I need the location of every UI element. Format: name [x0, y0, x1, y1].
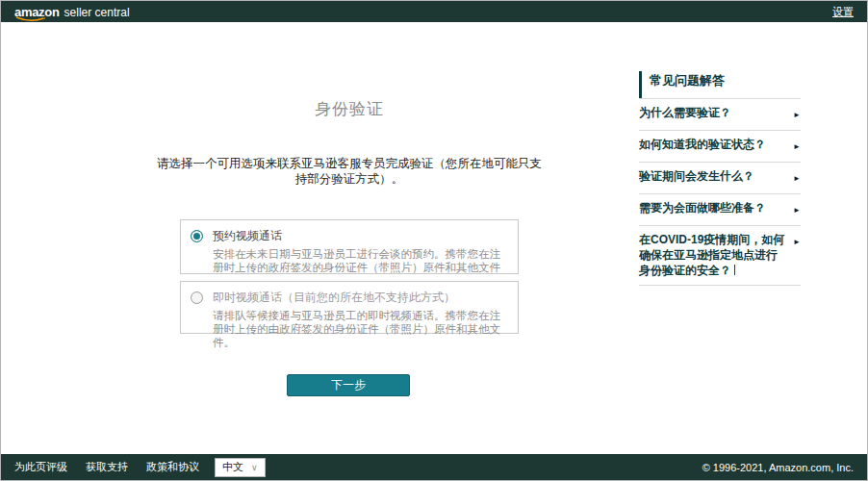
faq-item-meeting-prep[interactable]: 需要为会面做哪些准备？ ►	[639, 193, 801, 225]
option-label: 预约视频通话	[213, 228, 508, 244]
seller-central-window: amazon seller central 设置 身份验证 请选择一个可用选项来…	[0, 0, 868, 481]
copyright-text: © 1996-2021, Amazon.com, Inc.	[702, 462, 854, 473]
footer-link-policies[interactable]: 政策和协议	[146, 460, 199, 474]
arrow-right-icon: ►	[793, 171, 801, 187]
faq-item-label: 在COVID-19疫情期间，如何确保在亚马逊指定地点进行身份验证的安全？	[639, 232, 787, 278]
faq-item-label: 需要为会面做哪些准备？	[639, 200, 766, 215]
top-bar: amazon seller central 设置	[1, 1, 867, 22]
language-select[interactable]: 中文 ∨	[215, 458, 266, 477]
settings-link[interactable]: 设置	[832, 5, 854, 19]
page-title: 身份验证	[180, 98, 519, 120]
radio-unselected-icon[interactable]	[191, 291, 203, 304]
option-scheduled-video-call[interactable]: 预约视频通话 安排在未来日期与亚马逊员工进行会谈的预约。携带您在注册时上传的政府…	[180, 219, 519, 274]
faq-title: 常见问题解答	[639, 71, 801, 98]
chevron-down-icon: ∨	[251, 463, 258, 472]
faq-item-what-happens[interactable]: 验证期间会发生什么？ ►	[639, 162, 801, 193]
amazon-logo: amazon seller central	[14, 5, 130, 19]
option-description: 请排队等候接通与亚马逊员工的即时视频通话。携带您在注册时上传的由政府签发的身份证…	[213, 309, 508, 349]
arrow-right-icon: ►	[793, 108, 801, 123]
faq-item-label: 如何知道我的验证状态？	[639, 137, 766, 152]
arrow-right-icon: ►	[793, 139, 801, 155]
text-cursor	[734, 265, 735, 275]
option-label: 即时视频通话（目前您的所在地不支持此方式）	[213, 290, 508, 306]
language-selected-value: 中文	[222, 460, 243, 474]
faq-panel: 常见问题解答 为什么需要验证？ ► 如何知道我的验证状态？ ► 验证期间会发生什…	[639, 71, 801, 286]
instruction-text: 请选择一个可用选项来联系亚马逊客服专员完成验证（您所在地可能只支持部分验证方式）…	[157, 156, 542, 187]
option-text: 预约视频通话 安排在未来日期与亚马逊员工进行会谈的预约。携带您在注册时上传的政府…	[213, 228, 508, 266]
faq-item-label: 验证期间会发生什么？	[639, 168, 754, 184]
option-text: 即时视频通话（目前您的所在地不支持此方式） 请排队等候接通与亚马逊员工的即时视频…	[213, 290, 508, 325]
amazon-smile-icon	[15, 16, 46, 22]
arrow-right-icon: ►	[793, 235, 801, 250]
faq-item-label: 为什么需要验证？	[639, 105, 731, 120]
seller-central-label: seller central	[64, 6, 130, 19]
faq-item-verification-status[interactable]: 如何知道我的验证状态？ ►	[639, 130, 801, 162]
next-button[interactable]: 下一步	[287, 374, 410, 396]
amazon-wordmark: amazon	[14, 5, 60, 19]
footer-link-rate-page[interactable]: 为此页评级	[14, 460, 67, 474]
footer-link-support[interactable]: 获取支持	[86, 460, 128, 474]
arrow-right-icon: ►	[793, 203, 801, 218]
footer-bar: 为此页评级 获取支持 政策和协议 中文 ∨ © 1996-2021, Amazo…	[1, 454, 867, 480]
option-instant-video-call[interactable]: 即时视频通话（目前您的所在地不支持此方式） 请排队等候接通与亚马逊员工的即时视频…	[180, 281, 519, 334]
option-description: 安排在未来日期与亚马逊员工进行会谈的预约。携带您在注册时上传的政府签发的身份证件…	[213, 247, 508, 274]
radio-selected-icon[interactable]	[191, 230, 203, 242]
faq-item-why-verify[interactable]: 为什么需要验证？ ►	[639, 98, 801, 130]
faq-item-covid-safety[interactable]: 在COVID-19疫情期间，如何确保在亚马逊指定地点进行身份验证的安全？ ►	[639, 225, 801, 286]
